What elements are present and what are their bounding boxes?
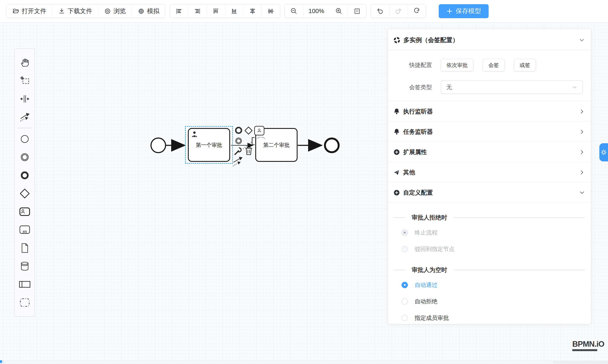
section-execution-listener[interactable]: 执行监听器 — [388, 101, 591, 121]
palette — [14, 49, 35, 316]
pad-delete-icon[interactable] — [245, 146, 253, 156]
align-bottom-button[interactable] — [225, 4, 243, 18]
section-extended-properties[interactable]: 扩展属性 — [388, 142, 591, 162]
pad-append-gateway-icon[interactable] — [244, 126, 253, 135]
create-subprocess[interactable] — [14, 221, 35, 239]
create-data-store[interactable] — [14, 257, 35, 275]
radio-label: 指定成员审批 — [415, 314, 449, 322]
radio-label: 自动拒绝 — [415, 298, 437, 305]
gear-icon — [601, 149, 607, 156]
section-custom-config[interactable]: 自定义配置 — [388, 182, 591, 203]
bpmn-io-logo[interactable]: BPMN.iO — [572, 340, 604, 351]
user-icon — [257, 128, 262, 133]
chevron-down-icon — [572, 85, 577, 90]
global-connect-tool[interactable] — [14, 108, 35, 126]
end-event[interactable] — [324, 138, 340, 153]
radio-assign-member[interactable]: 指定成员审批 — [394, 310, 585, 324]
create-end-event[interactable] — [14, 166, 35, 184]
pad-append-end-event-icon[interactable] — [234, 126, 243, 135]
radio-icon[interactable] — [401, 282, 408, 288]
zoom-in-button[interactable] — [330, 4, 348, 18]
section-label: 执行监听器 — [403, 107, 576, 116]
section-label: 任务监听器 — [403, 128, 576, 136]
create-intermediate-event[interactable] — [14, 148, 35, 166]
align-top-button[interactable] — [207, 4, 225, 18]
connect-arrows-icon — [20, 112, 30, 122]
undo-button[interactable] — [371, 4, 389, 18]
chevron-down-icon — [579, 190, 585, 196]
radio-label: 终止流程 — [415, 229, 437, 236]
zoom-out-button[interactable] — [285, 4, 303, 18]
palette-separator — [17, 128, 32, 128]
history-group — [371, 4, 426, 18]
hand-tool[interactable] — [14, 53, 35, 72]
section-task-listener[interactable]: 任务监听器 — [388, 121, 591, 142]
create-data-object[interactable] — [14, 239, 35, 257]
simulate-button[interactable]: 模拟 — [132, 4, 165, 18]
pad-wrench-icon[interactable] — [234, 147, 243, 156]
create-user-task[interactable] — [14, 203, 35, 221]
logo-underline — [572, 349, 597, 351]
save-model-button[interactable]: 保存模型 — [439, 4, 489, 18]
fit-viewport-button[interactable] — [348, 4, 366, 18]
radio-auto-pass[interactable]: 自动通过 — [394, 277, 585, 293]
zoom-out-icon — [290, 8, 297, 15]
align-right-button[interactable] — [188, 4, 207, 18]
section-other[interactable]: 其他 — [388, 162, 591, 182]
intermediate-event-icon — [20, 152, 30, 162]
scrollbar-thumb[interactable] — [4, 361, 553, 364]
align-left-icon — [175, 8, 183, 15]
download-file-button[interactable]: 下载文件 — [53, 4, 98, 18]
align-center-horizontal-button[interactable] — [243, 4, 262, 18]
plus-circle-icon — [394, 190, 400, 196]
blue-corner-sliver — [0, 360, 2, 363]
align-group — [170, 4, 280, 18]
create-group[interactable] — [14, 293, 35, 312]
lasso-tool[interactable] — [14, 72, 35, 90]
panel-header[interactable]: 多实例（会签配置） — [388, 29, 591, 51]
divider-line — [453, 217, 585, 218]
bell-icon — [394, 108, 400, 115]
quick-option-orsign[interactable]: 或签 — [514, 59, 536, 71]
chevron-right-icon — [579, 129, 585, 135]
data-object-icon — [20, 243, 30, 253]
start-event-icon — [20, 134, 30, 144]
sign-type-select[interactable]: 无 — [441, 80, 583, 94]
radio-terminate-process: 终止流程 — [394, 224, 585, 241]
reject-subheader: 审批人拒绝时 — [394, 211, 585, 224]
create-start-event[interactable] — [14, 130, 35, 148]
properties-panel: 多实例（会签配置） 快捷配置 依次审批 会签 或签 会签类型 无 执行监听器 — [388, 29, 591, 324]
undo-icon — [376, 8, 383, 15]
quick-option-sequential[interactable]: 依次审批 — [441, 59, 473, 71]
align-center-vertical-button[interactable] — [262, 4, 280, 18]
task-label: 第二个审批 — [263, 142, 290, 148]
create-participant[interactable] — [14, 275, 35, 293]
radio-auto-reject[interactable]: 自动拒绝 — [394, 293, 585, 310]
preview-button[interactable]: 浏览 — [98, 4, 132, 18]
pad-append-user-task[interactable] — [254, 126, 264, 135]
open-file-button[interactable]: 打开文件 — [7, 4, 53, 18]
plus-circle-icon — [394, 149, 400, 155]
radio-icon[interactable] — [401, 315, 408, 321]
quick-option-countersign[interactable]: 会签 — [483, 59, 505, 71]
toolbar: 打开文件 下载文件 浏览 模拟 — [0, 0, 608, 22]
create-gateway[interactable] — [14, 184, 35, 203]
gateway-icon — [19, 188, 30, 199]
start-event[interactable] — [150, 138, 166, 153]
chip-icon — [138, 8, 145, 14]
reset-button[interactable] — [408, 4, 426, 18]
space-tool[interactable] — [14, 90, 35, 108]
task-first-approval[interactable]: 第一个审批 — [188, 128, 230, 162]
pad-connect-icon[interactable] — [232, 156, 243, 167]
zoom-group: 100% — [284, 4, 367, 18]
horizontal-scrollbar[interactable] — [0, 361, 608, 364]
quick-config-row: 快捷配置 依次审批 会签 或签 — [394, 59, 585, 71]
redo-button[interactable] — [389, 4, 408, 18]
file-actions-group: 打开文件 下载文件 浏览 模拟 — [6, 4, 165, 18]
subprocess-icon — [19, 225, 30, 234]
settings-tab[interactable] — [599, 143, 608, 161]
align-left-button[interactable] — [170, 4, 188, 18]
fit-viewport-icon — [354, 8, 361, 15]
radio-icon[interactable] — [401, 298, 408, 305]
chevron-down-icon[interactable] — [579, 37, 585, 43]
